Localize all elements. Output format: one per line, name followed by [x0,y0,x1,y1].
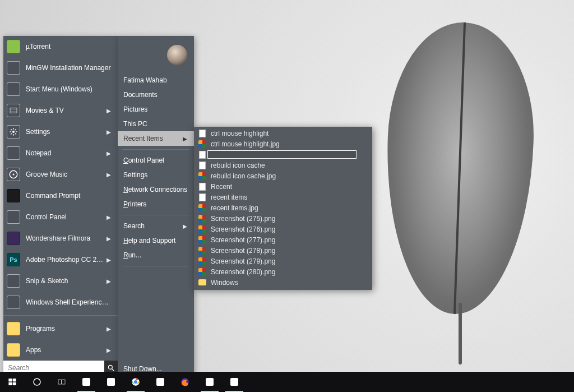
folder-icon [198,279,206,287]
recent-item[interactable]: ctrl mouse highlight.jpg [194,139,372,149]
recent-item[interactable]: Windows [194,277,372,288]
places-item[interactable]: Recent Items▶ [118,131,194,146]
start-button[interactable] [0,372,25,392]
recent-item[interactable]: recent items.jpg [194,202,372,213]
start-menu-tail-label: Apps [26,346,107,354]
image-icon [198,172,206,180]
avatar[interactable] [167,45,187,65]
chevron-right-icon: ▶ [107,278,112,284]
start-menu-tail-item[interactable]: Programs▶ [3,318,118,339]
file-explorer[interactable] [74,372,99,392]
recent-item[interactable]: Screenshot (275).png [194,213,372,224]
system-label: Network Connections [123,186,188,193]
setup-icon [7,61,20,75]
recent-item-label: Screenshot (280).png [211,268,368,276]
recent-item-label: ctrl mouse highlight.jpg [211,140,368,148]
recent-item[interactable]: recent items [194,192,372,202]
svg-rect-21 [58,380,61,384]
recent-item-label: rebuild icon cache.jpg [211,172,368,180]
snip-icon [7,274,20,288]
start-menu-item[interactable]: Settings▶ [3,121,118,142]
chevron-right-icon: ▶ [107,172,112,178]
recent-item[interactable]: Screenshot (279).png [194,256,372,266]
start-menu-label: µTorrent [26,43,112,50]
utorrent-icon [7,40,20,53]
start-menu-item[interactable]: Start Menu (Windows) [3,79,118,100]
start-menu-label: Groove Music [26,170,107,178]
system-item[interactable]: Settings [118,168,194,182]
chevron-right-icon: ▶ [107,129,112,135]
places-item[interactable]: Pictures [118,102,194,117]
start-menu-label: Notepad [26,149,107,157]
start-menu-item[interactable]: Windows Shell Experience Host [3,292,118,313]
document-icon [198,183,206,191]
word-icon [206,378,214,386]
start-menu-item[interactable]: Wondershare Filmora▶ [3,228,118,249]
svg-rect-19 [13,382,16,385]
places-item[interactable]: Documents [118,87,194,102]
places-item[interactable]: This PC [118,117,194,131]
svg-rect-17 [13,379,16,381]
start-menu-item[interactable]: MinGW Installation Manager [3,57,118,79]
start-menu-item[interactable]: Control Panel▶ [3,206,118,228]
start-menu-panel: µTorrentMinGW Installation ManagerStart … [3,36,118,375]
recent-item[interactable]: Recent [194,181,372,192]
start-menu-item[interactable]: PsAdobe Photoshop CC 2018▶ [3,249,118,270]
places-label: Recent Items [123,135,183,142]
mid-divider-3 [122,266,189,266]
start-menu-item[interactable]: Movies & TV▶ [3,100,118,121]
recent-item[interactable]: Screenshot (277).png [194,234,372,245]
recent-item[interactable] [194,149,372,160]
gear-icon [9,127,18,136]
recent-item-label: Screenshot (277).png [211,236,368,244]
rename-edit-box[interactable] [207,150,357,159]
notepad[interactable] [148,372,173,392]
system-label: Control Panel [123,156,188,164]
places-label: Pictures [123,105,188,113]
notepad-icon [7,146,20,160]
recent-item[interactable]: rebuild icon cache.jpg [194,170,372,181]
user-name-row[interactable]: Fatima Wahab [118,73,194,87]
start-menu-item[interactable]: µTorrent [3,36,118,57]
system-item[interactable]: Printers [118,197,194,211]
tools-label: Help and Support [123,237,188,245]
start-menu-label: Snip & Sketch [26,277,107,285]
wallpaper-stem [459,303,462,365]
word[interactable] [197,372,222,392]
firefox[interactable] [173,372,197,392]
start-menu-label: Windows Shell Experience Host [26,298,112,306]
explorer-icon [82,378,90,386]
chrome-icon [131,377,141,387]
disc-icon [7,168,20,181]
tools-item[interactable]: Search▶ [118,219,194,233]
task-view[interactable] [49,372,74,392]
start-menu-tail-item[interactable]: Apps▶ [3,339,118,361]
user-name-label: Fatima Wahab [123,76,188,84]
document-icon [198,162,206,169]
user-places-panel: Fatima Wahab DocumentsPicturesThis PCRec… [118,36,194,376]
tools-item[interactable]: Help and Support [118,233,194,248]
cpanel-icon [7,210,20,224]
start-menu-item[interactable]: Groove Music▶ [3,164,118,185]
svg-line-8 [11,129,12,130]
recent-item[interactable]: rebuild icon cache [194,160,372,170]
app-misc[interactable] [222,372,247,392]
system-item[interactable]: Network Connections [118,182,194,197]
svg-rect-22 [62,380,65,384]
pc-settings[interactable] [99,372,123,392]
cortana-circle[interactable] [25,372,49,392]
svg-line-10 [11,133,12,135]
recent-item[interactable]: Screenshot (276).png [194,224,372,234]
taskview-icon [57,377,67,386]
start-menu-divider [3,315,118,316]
recent-item[interactable]: ctrl mouse highlight [194,128,372,139]
tools-item[interactable]: Run... [118,248,194,262]
start-menu-item[interactable]: Notepad▶ [3,142,118,164]
start-menu-item[interactable]: Command Prompt [3,185,118,206]
chrome[interactable] [123,372,148,392]
recent-item[interactable]: Screenshot (278).png [194,245,372,256]
start-menu-item[interactable]: Snip & Sketch▶ [3,270,118,292]
start-menu-label: Start Menu (Windows) [26,85,112,93]
recent-item[interactable]: Screenshot (280).png [194,266,372,277]
system-item[interactable]: Control Panel [118,153,194,168]
